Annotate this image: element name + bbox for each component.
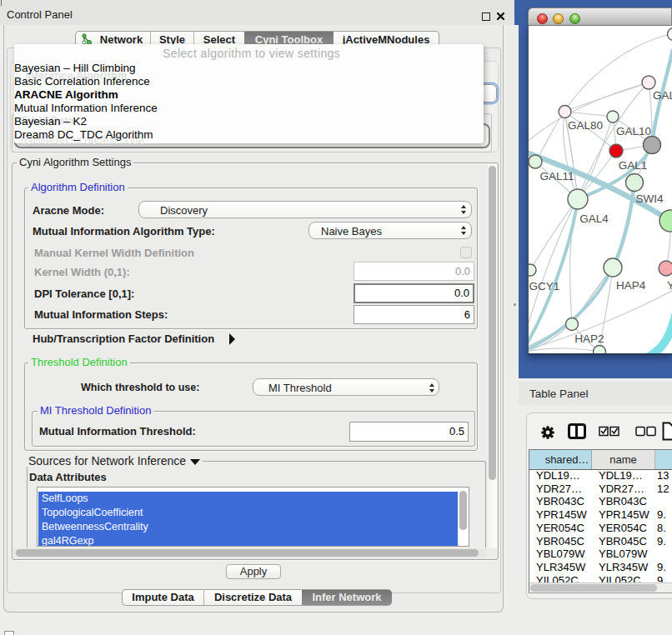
svg-text:GAL7: GAL7 [653, 89, 672, 102]
svg-text:GCY1: GCY1 [529, 280, 559, 292]
svg-text:SWI4: SWI4 [635, 192, 663, 205]
svg-text:GAL4: GAL4 [579, 212, 609, 225]
svg-text:GAL80: GAL80 [568, 119, 603, 132]
svg-text:HAP2: HAP2 [574, 332, 604, 345]
svg-text:HAP4: HAP4 [616, 279, 646, 292]
svg-text:GAL1: GAL1 [619, 159, 648, 172]
svg-text:GAL11: GAL11 [539, 170, 574, 182]
svg-text:GAL10: GAL10 [616, 125, 651, 138]
svg-text:YEL: YEL [667, 279, 672, 292]
